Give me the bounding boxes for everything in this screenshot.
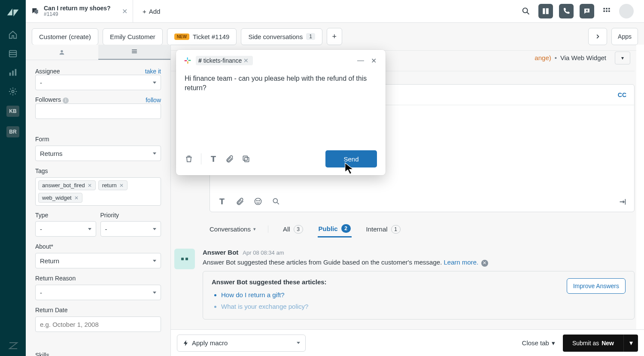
add-tab-button[interactable]: + Add: [133, 0, 170, 22]
knowledge-capture-icon[interactable]: [618, 197, 626, 206]
message-timestamp: Apr 08 08:34 am: [243, 250, 284, 256]
return-date-input[interactable]: [35, 316, 161, 332]
svg-rect-1: [9, 73, 11, 76]
tab-close-icon[interactable]: ✕: [122, 7, 128, 15]
workspace-tab-texts: Can I return my shoes? #1149: [44, 5, 111, 18]
reports-icon[interactable]: [8, 68, 18, 77]
add-tab-label: Add: [149, 8, 161, 15]
learn-more-link[interactable]: Learn more.: [444, 259, 479, 266]
home-icon[interactable]: [8, 30, 18, 40]
chat-bubble-x-icon[interactable]: [580, 4, 594, 18]
user-avatar[interactable]: [619, 4, 634, 18]
svg-rect-2: [12, 70, 14, 76]
svg-rect-11: [604, 10, 605, 12]
ticket-footer: Apply macro Close tab ▾ Submit as New ▾: [171, 329, 644, 356]
header-more-dropdown[interactable]: ▾: [615, 52, 630, 64]
suggested-article-link[interactable]: What is your exchange policy?: [221, 301, 561, 312]
tags-input[interactable]: answer_bot_fired✕ return✕ web_widget✕: [35, 177, 161, 206]
apply-macro-select[interactable]: Apply macro: [177, 335, 306, 352]
svg-rect-9: [606, 8, 607, 9]
br-app-icon[interactable]: BR: [6, 126, 19, 137]
tab-emily-customer[interactable]: Emily Customer: [103, 28, 163, 45]
followers-input[interactable]: [35, 103, 161, 119]
lightning-icon: [182, 340, 189, 347]
form-select[interactable]: Returns: [35, 146, 161, 161]
submit-as-button[interactable]: Submit as New: [563, 335, 623, 352]
svg-rect-27: [243, 156, 247, 160]
settings-gear-icon[interactable]: [8, 87, 18, 96]
type-select[interactable]: -: [35, 221, 96, 237]
svg-rect-3: [15, 69, 17, 76]
tag-remove-icon[interactable]: ✕: [74, 195, 79, 201]
app-switcher-icon[interactable]: [600, 5, 613, 18]
follow-link[interactable]: follow: [146, 97, 161, 103]
attach-file-icon[interactable]: [236, 197, 244, 206]
svg-rect-0: [9, 51, 17, 57]
attach-file-icon[interactable]: [225, 155, 234, 163]
workspace-tab-ticket[interactable]: Can I return my shoes? #1149 ✕: [26, 0, 133, 22]
skills-label: Skills: [35, 352, 161, 356]
send-button[interactable]: Send: [325, 150, 377, 167]
text-format-icon[interactable]: [209, 155, 218, 163]
slack-channel-chip[interactable]: # tickets-finance ✕: [196, 56, 253, 65]
tab-ticket-1149[interactable]: NEW Ticket #1149: [167, 28, 237, 45]
copy-icon[interactable]: [242, 155, 250, 163]
take-it-link[interactable]: take it: [145, 68, 161, 75]
suggested-article-link[interactable]: How do I return a gift?: [221, 289, 561, 301]
assignee-label: Assignee: [35, 68, 60, 75]
apps-button[interactable]: Apps: [611, 28, 638, 45]
info-icon[interactable]: i: [63, 97, 69, 103]
kb-app-icon[interactable]: KB: [6, 106, 19, 117]
emoji-icon[interactable]: [254, 197, 262, 206]
tab-side-conversations[interactable]: Side conversations 1: [241, 28, 322, 45]
requester-trailing: ange): [535, 54, 551, 61]
tag-remove-icon[interactable]: ✕: [119, 183, 124, 189]
dismiss-icon[interactable]: ✕: [481, 260, 488, 267]
conv-tab-all[interactable]: All 3: [282, 222, 304, 237]
tab-customer-create[interactable]: Customer (create): [32, 28, 98, 45]
side-conv-count: 1: [306, 33, 315, 40]
svg-rect-25: [185, 60, 187, 61]
submit-status-dropdown[interactable]: ▾: [623, 335, 638, 352]
expand-panel-button[interactable]: [588, 28, 607, 45]
submit-prefix: Submit as: [572, 340, 599, 347]
conv-tab-internal[interactable]: Internal 1: [365, 222, 401, 237]
svg-point-14: [61, 50, 63, 52]
popover-message-textarea[interactable]: Hi finance team - can you please help wi…: [176, 71, 386, 144]
close-icon[interactable]: ✕: [369, 56, 378, 65]
search-in-compose-icon[interactable]: [272, 197, 280, 206]
cc-button[interactable]: CC: [618, 91, 626, 98]
priority-select[interactable]: -: [100, 221, 161, 237]
about-select[interactable]: Return: [35, 253, 161, 268]
text-format-icon[interactable]: [218, 197, 226, 206]
conversations-dropdown[interactable]: Conversations ▾: [210, 225, 268, 233]
details-toggle: [26, 45, 170, 60]
assignee-select[interactable]: -: [35, 75, 161, 90]
return-reason-select[interactable]: -: [35, 285, 161, 300]
conv-tab-internal-label: Internal: [366, 225, 388, 233]
tag-remove-icon[interactable]: ✕: [88, 183, 92, 189]
svg-point-5: [523, 8, 528, 13]
minimize-icon[interactable]: —: [356, 56, 365, 65]
about-label: About*: [35, 243, 53, 250]
conversations-app-icon[interactable]: [538, 4, 553, 18]
zendesk-z-icon[interactable]: [8, 341, 18, 350]
user-profile-tab[interactable]: [26, 45, 98, 60]
close-tab-label: Close tab: [522, 339, 549, 347]
add-context-tab-button[interactable]: +: [327, 28, 342, 45]
svg-rect-17: [132, 52, 137, 53]
return-reason-label: Return Reason: [35, 275, 76, 282]
popover-header: # tickets-finance ✕ — ✕: [176, 50, 386, 71]
chip-remove-icon[interactable]: ✕: [243, 57, 249, 64]
talk-phone-icon[interactable]: [559, 4, 574, 18]
views-list-icon[interactable]: [8, 49, 18, 58]
svg-point-20: [259, 201, 260, 201]
delete-trash-icon[interactable]: [185, 155, 193, 163]
ticket-fields-tab[interactable]: [98, 45, 171, 60]
conv-tab-public[interactable]: Public 2: [318, 221, 352, 237]
search-icon[interactable]: [519, 5, 532, 18]
close-tab-button[interactable]: Close tab ▾: [522, 339, 555, 347]
svg-rect-8: [604, 8, 605, 9]
type-label: Type: [35, 212, 96, 219]
improve-answers-button[interactable]: Improve Answers: [567, 278, 626, 294]
